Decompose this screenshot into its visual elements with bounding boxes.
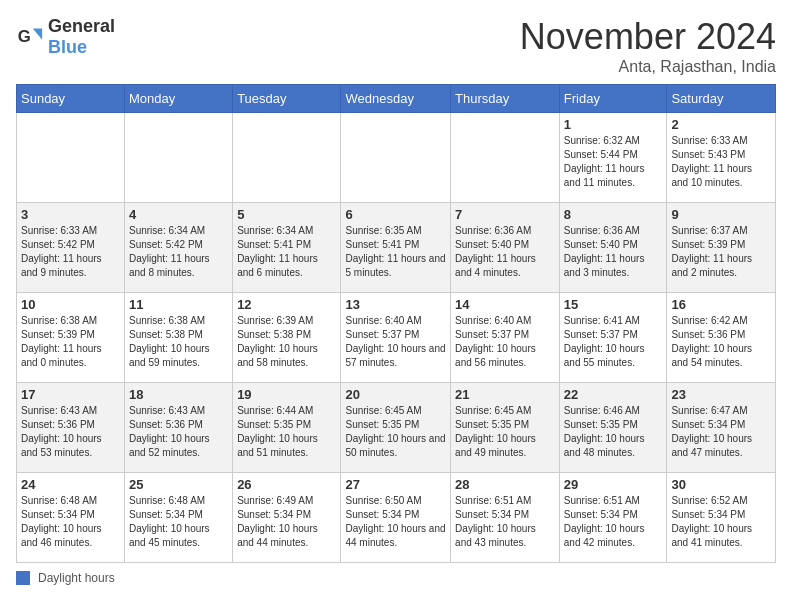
day-number: 30 bbox=[671, 477, 771, 492]
calendar-cell: 7Sunrise: 6:36 AM Sunset: 5:40 PM Daylig… bbox=[451, 203, 560, 293]
calendar-cell: 2Sunrise: 6:33 AM Sunset: 5:43 PM Daylig… bbox=[667, 113, 776, 203]
day-number: 25 bbox=[129, 477, 228, 492]
location-subtitle: Anta, Rajasthan, India bbox=[520, 58, 776, 76]
logo-general: General bbox=[48, 16, 115, 36]
calendar-cell: 16Sunrise: 6:42 AM Sunset: 5:36 PM Dayli… bbox=[667, 293, 776, 383]
month-title: November 2024 bbox=[520, 16, 776, 58]
legend-label: Daylight hours bbox=[38, 571, 115, 585]
calendar-cell: 22Sunrise: 6:46 AM Sunset: 5:35 PM Dayli… bbox=[559, 383, 667, 473]
calendar-cell: 21Sunrise: 6:45 AM Sunset: 5:35 PM Dayli… bbox=[451, 383, 560, 473]
day-info: Sunrise: 6:41 AM Sunset: 5:37 PM Dayligh… bbox=[564, 314, 663, 370]
calendar-cell: 9Sunrise: 6:37 AM Sunset: 5:39 PM Daylig… bbox=[667, 203, 776, 293]
calendar-cell: 23Sunrise: 6:47 AM Sunset: 5:34 PM Dayli… bbox=[667, 383, 776, 473]
calendar-cell: 20Sunrise: 6:45 AM Sunset: 5:35 PM Dayli… bbox=[341, 383, 451, 473]
day-info: Sunrise: 6:33 AM Sunset: 5:42 PM Dayligh… bbox=[21, 224, 120, 280]
day-number: 11 bbox=[129, 297, 228, 312]
calendar-cell: 15Sunrise: 6:41 AM Sunset: 5:37 PM Dayli… bbox=[559, 293, 667, 383]
day-info: Sunrise: 6:43 AM Sunset: 5:36 PM Dayligh… bbox=[129, 404, 228, 460]
page-header: G General Blue November 2024 Anta, Rajas… bbox=[16, 16, 776, 76]
day-number: 9 bbox=[671, 207, 771, 222]
calendar-cell: 17Sunrise: 6:43 AM Sunset: 5:36 PM Dayli… bbox=[17, 383, 125, 473]
day-info: Sunrise: 6:48 AM Sunset: 5:34 PM Dayligh… bbox=[21, 494, 120, 550]
calendar-cell: 6Sunrise: 6:35 AM Sunset: 5:41 PM Daylig… bbox=[341, 203, 451, 293]
day-info: Sunrise: 6:50 AM Sunset: 5:34 PM Dayligh… bbox=[345, 494, 446, 550]
title-block: November 2024 Anta, Rajasthan, India bbox=[520, 16, 776, 76]
calendar-cell: 5Sunrise: 6:34 AM Sunset: 5:41 PM Daylig… bbox=[233, 203, 341, 293]
day-info: Sunrise: 6:34 AM Sunset: 5:41 PM Dayligh… bbox=[237, 224, 336, 280]
day-info: Sunrise: 6:44 AM Sunset: 5:35 PM Dayligh… bbox=[237, 404, 336, 460]
calendar-cell: 18Sunrise: 6:43 AM Sunset: 5:36 PM Dayli… bbox=[124, 383, 232, 473]
calendar-cell: 4Sunrise: 6:34 AM Sunset: 5:42 PM Daylig… bbox=[124, 203, 232, 293]
day-info: Sunrise: 6:45 AM Sunset: 5:35 PM Dayligh… bbox=[345, 404, 446, 460]
day-info: Sunrise: 6:39 AM Sunset: 5:38 PM Dayligh… bbox=[237, 314, 336, 370]
day-number: 26 bbox=[237, 477, 336, 492]
calendar-cell bbox=[17, 113, 125, 203]
day-info: Sunrise: 6:40 AM Sunset: 5:37 PM Dayligh… bbox=[455, 314, 555, 370]
calendar-day-header: Saturday bbox=[667, 85, 776, 113]
calendar-cell: 10Sunrise: 6:38 AM Sunset: 5:39 PM Dayli… bbox=[17, 293, 125, 383]
calendar-cell: 8Sunrise: 6:36 AM Sunset: 5:40 PM Daylig… bbox=[559, 203, 667, 293]
day-info: Sunrise: 6:32 AM Sunset: 5:44 PM Dayligh… bbox=[564, 134, 663, 190]
day-number: 28 bbox=[455, 477, 555, 492]
day-number: 22 bbox=[564, 387, 663, 402]
calendar-cell: 3Sunrise: 6:33 AM Sunset: 5:42 PM Daylig… bbox=[17, 203, 125, 293]
calendar-week-row: 10Sunrise: 6:38 AM Sunset: 5:39 PM Dayli… bbox=[17, 293, 776, 383]
day-number: 13 bbox=[345, 297, 446, 312]
calendar-day-header: Tuesday bbox=[233, 85, 341, 113]
calendar-cell: 26Sunrise: 6:49 AM Sunset: 5:34 PM Dayli… bbox=[233, 473, 341, 563]
day-number: 4 bbox=[129, 207, 228, 222]
logo-icon: G bbox=[16, 23, 44, 51]
day-info: Sunrise: 6:51 AM Sunset: 5:34 PM Dayligh… bbox=[455, 494, 555, 550]
calendar-cell: 28Sunrise: 6:51 AM Sunset: 5:34 PM Dayli… bbox=[451, 473, 560, 563]
calendar-cell bbox=[233, 113, 341, 203]
day-number: 3 bbox=[21, 207, 120, 222]
calendar-cell bbox=[451, 113, 560, 203]
day-number: 16 bbox=[671, 297, 771, 312]
calendar-day-header: Thursday bbox=[451, 85, 560, 113]
day-number: 12 bbox=[237, 297, 336, 312]
calendar-cell: 29Sunrise: 6:51 AM Sunset: 5:34 PM Dayli… bbox=[559, 473, 667, 563]
day-number: 18 bbox=[129, 387, 228, 402]
day-info: Sunrise: 6:33 AM Sunset: 5:43 PM Dayligh… bbox=[671, 134, 771, 190]
day-info: Sunrise: 6:47 AM Sunset: 5:34 PM Dayligh… bbox=[671, 404, 771, 460]
calendar-table: SundayMondayTuesdayWednesdayThursdayFrid… bbox=[16, 84, 776, 563]
day-number: 17 bbox=[21, 387, 120, 402]
day-number: 10 bbox=[21, 297, 120, 312]
calendar-cell: 13Sunrise: 6:40 AM Sunset: 5:37 PM Dayli… bbox=[341, 293, 451, 383]
day-info: Sunrise: 6:36 AM Sunset: 5:40 PM Dayligh… bbox=[564, 224, 663, 280]
calendar-day-header: Monday bbox=[124, 85, 232, 113]
day-info: Sunrise: 6:49 AM Sunset: 5:34 PM Dayligh… bbox=[237, 494, 336, 550]
calendar-cell: 1Sunrise: 6:32 AM Sunset: 5:44 PM Daylig… bbox=[559, 113, 667, 203]
calendar-cell bbox=[341, 113, 451, 203]
day-info: Sunrise: 6:38 AM Sunset: 5:38 PM Dayligh… bbox=[129, 314, 228, 370]
calendar-day-header: Sunday bbox=[17, 85, 125, 113]
day-number: 23 bbox=[671, 387, 771, 402]
calendar-week-row: 1Sunrise: 6:32 AM Sunset: 5:44 PM Daylig… bbox=[17, 113, 776, 203]
day-info: Sunrise: 6:38 AM Sunset: 5:39 PM Dayligh… bbox=[21, 314, 120, 370]
calendar-day-header: Wednesday bbox=[341, 85, 451, 113]
day-number: 15 bbox=[564, 297, 663, 312]
calendar-cell bbox=[124, 113, 232, 203]
day-number: 24 bbox=[21, 477, 120, 492]
calendar-day-header: Friday bbox=[559, 85, 667, 113]
calendar-week-row: 24Sunrise: 6:48 AM Sunset: 5:34 PM Dayli… bbox=[17, 473, 776, 563]
day-info: Sunrise: 6:42 AM Sunset: 5:36 PM Dayligh… bbox=[671, 314, 771, 370]
day-number: 7 bbox=[455, 207, 555, 222]
day-info: Sunrise: 6:51 AM Sunset: 5:34 PM Dayligh… bbox=[564, 494, 663, 550]
day-info: Sunrise: 6:48 AM Sunset: 5:34 PM Dayligh… bbox=[129, 494, 228, 550]
day-info: Sunrise: 6:40 AM Sunset: 5:37 PM Dayligh… bbox=[345, 314, 446, 370]
day-info: Sunrise: 6:46 AM Sunset: 5:35 PM Dayligh… bbox=[564, 404, 663, 460]
day-info: Sunrise: 6:34 AM Sunset: 5:42 PM Dayligh… bbox=[129, 224, 228, 280]
day-number: 1 bbox=[564, 117, 663, 132]
svg-text:G: G bbox=[18, 27, 31, 46]
day-number: 20 bbox=[345, 387, 446, 402]
calendar-week-row: 3Sunrise: 6:33 AM Sunset: 5:42 PM Daylig… bbox=[17, 203, 776, 293]
day-number: 21 bbox=[455, 387, 555, 402]
legend: Daylight hours bbox=[16, 571, 776, 585]
calendar-cell: 12Sunrise: 6:39 AM Sunset: 5:38 PM Dayli… bbox=[233, 293, 341, 383]
calendar-week-row: 17Sunrise: 6:43 AM Sunset: 5:36 PM Dayli… bbox=[17, 383, 776, 473]
svg-marker-1 bbox=[33, 29, 42, 40]
day-info: Sunrise: 6:45 AM Sunset: 5:35 PM Dayligh… bbox=[455, 404, 555, 460]
calendar-cell: 11Sunrise: 6:38 AM Sunset: 5:38 PM Dayli… bbox=[124, 293, 232, 383]
calendar-cell: 14Sunrise: 6:40 AM Sunset: 5:37 PM Dayli… bbox=[451, 293, 560, 383]
